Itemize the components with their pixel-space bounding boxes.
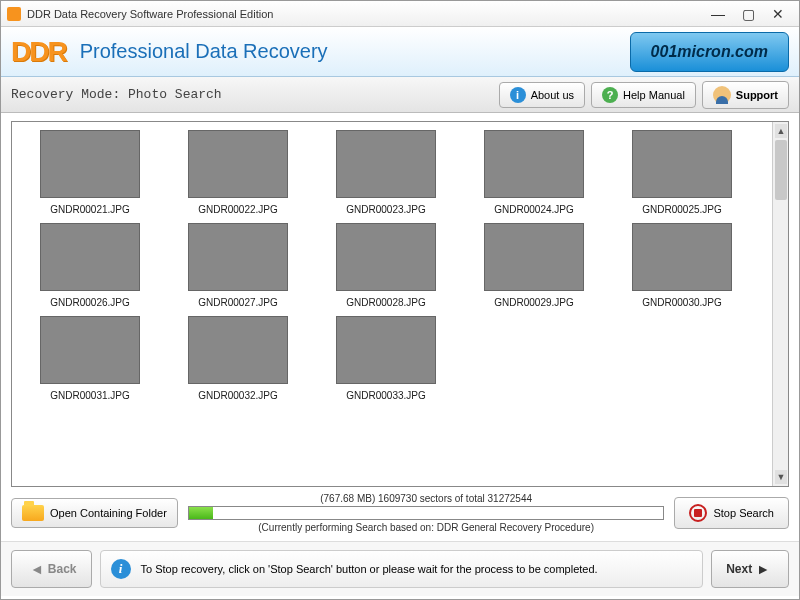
stop-search-button[interactable]: Stop Search (674, 497, 789, 529)
list-item[interactable]: GNDR00025.JPG (608, 130, 756, 215)
photo-thumb (632, 223, 732, 291)
progress-fill (189, 507, 213, 519)
file-name: GNDR00026.JPG (16, 297, 164, 308)
list-item[interactable]: GNDR00026.JPG (16, 223, 164, 308)
title-bar: DDR Data Recovery Software Professional … (1, 1, 799, 27)
progress-row: Open Containing Folder (767.68 MB) 16097… (11, 487, 789, 535)
file-name: GNDR00027.JPG (164, 297, 312, 308)
photo-thumb (632, 130, 732, 198)
info-icon: i (111, 559, 131, 579)
list-item[interactable]: GNDR00022.JPG (164, 130, 312, 215)
file-name: GNDR00024.JPG (460, 204, 608, 215)
info-bar: i To Stop recovery, click on 'Stop Searc… (100, 550, 704, 588)
photo-thumb (188, 316, 288, 384)
photo-thumb (336, 316, 436, 384)
close-button[interactable]: ✕ (763, 4, 793, 24)
brand-badge: 001micron.com (630, 32, 789, 72)
arrow-right-icon: ► (756, 561, 770, 577)
back-label: Back (48, 562, 77, 576)
help-manual-button[interactable]: ?Help Manual (591, 82, 696, 108)
app-icon (7, 7, 21, 21)
file-name: GNDR00023.JPG (312, 204, 460, 215)
about-button[interactable]: iAbout us (499, 82, 585, 108)
file-name: GNDR00030.JPG (608, 297, 756, 308)
scroll-down-icon[interactable]: ▼ (775, 470, 787, 484)
minimize-button[interactable]: — (703, 4, 733, 24)
photo-thumb (484, 223, 584, 291)
list-item[interactable]: GNDR00031.JPG (16, 316, 164, 401)
stop-icon (689, 504, 707, 522)
maximize-button[interactable]: ▢ (733, 4, 763, 24)
scroll-thumb[interactable] (775, 140, 787, 200)
list-item[interactable]: GNDR00028.JPG (312, 223, 460, 308)
stop-label: Stop Search (713, 507, 774, 519)
photo-thumb (40, 316, 140, 384)
thumbnail-grid: GNDR00021.JPG GNDR00022.JPG GNDR00023.JP… (14, 124, 770, 484)
recovery-mode-label: Recovery Mode: Photo Search (11, 87, 493, 102)
support-label: Support (736, 89, 778, 101)
support-button[interactable]: Support (702, 81, 789, 109)
file-name: GNDR00031.JPG (16, 390, 164, 401)
help-label: Help Manual (623, 89, 685, 101)
file-name: GNDR00028.JPG (312, 297, 460, 308)
file-name: GNDR00033.JPG (312, 390, 460, 401)
photo-thumb (188, 130, 288, 198)
toolbar: Recovery Mode: Photo Search iAbout us ?H… (1, 77, 799, 113)
photo-thumb (484, 130, 584, 198)
progress-bar (188, 506, 665, 520)
folder-icon (22, 505, 44, 521)
help-icon: ? (602, 87, 618, 103)
list-item[interactable]: GNDR00030.JPG (608, 223, 756, 308)
file-name: GNDR00021.JPG (16, 204, 164, 215)
info-text: To Stop recovery, click on 'Stop Search'… (141, 563, 598, 575)
window-title: DDR Data Recovery Software Professional … (27, 8, 703, 20)
gallery-panel: GNDR00021.JPG GNDR00022.JPG GNDR00023.JP… (11, 121, 789, 487)
header-title: Professional Data Recovery (80, 40, 630, 63)
list-item[interactable]: GNDR00033.JPG (312, 316, 460, 401)
footer: ◄Back i To Stop recovery, click on 'Stop… (1, 541, 799, 596)
photo-thumb (40, 130, 140, 198)
photo-thumb (336, 223, 436, 291)
progress-status: (767.68 MB) 1609730 sectors of total 312… (188, 493, 665, 504)
next-label: Next (726, 562, 752, 576)
scrollbar[interactable]: ▲ ▼ (772, 122, 788, 486)
list-item[interactable]: GNDR00029.JPG (460, 223, 608, 308)
info-icon: i (510, 87, 526, 103)
next-button[interactable]: Next► (711, 550, 789, 588)
photo-thumb (40, 223, 140, 291)
progress-substatus: (Currently performing Search based on: D… (188, 522, 665, 533)
file-name: GNDR00032.JPG (164, 390, 312, 401)
back-button[interactable]: ◄Back (11, 550, 92, 588)
file-name: GNDR00022.JPG (164, 204, 312, 215)
list-item[interactable]: GNDR00032.JPG (164, 316, 312, 401)
file-name: GNDR00025.JPG (608, 204, 756, 215)
list-item[interactable]: GNDR00023.JPG (312, 130, 460, 215)
logo: DDR (11, 36, 66, 68)
about-label: About us (531, 89, 574, 101)
arrow-left-icon: ◄ (30, 561, 44, 577)
open-folder-button[interactable]: Open Containing Folder (11, 498, 178, 528)
avatar-icon (713, 86, 731, 104)
header: DDR Professional Data Recovery 001micron… (1, 27, 799, 77)
list-item[interactable]: GNDR00021.JPG (16, 130, 164, 215)
photo-thumb (188, 223, 288, 291)
photo-thumb (336, 130, 436, 198)
scroll-up-icon[interactable]: ▲ (775, 124, 787, 138)
list-item[interactable]: GNDR00027.JPG (164, 223, 312, 308)
file-name: GNDR00029.JPG (460, 297, 608, 308)
open-folder-label: Open Containing Folder (50, 507, 167, 519)
list-item[interactable]: GNDR00024.JPG (460, 130, 608, 215)
